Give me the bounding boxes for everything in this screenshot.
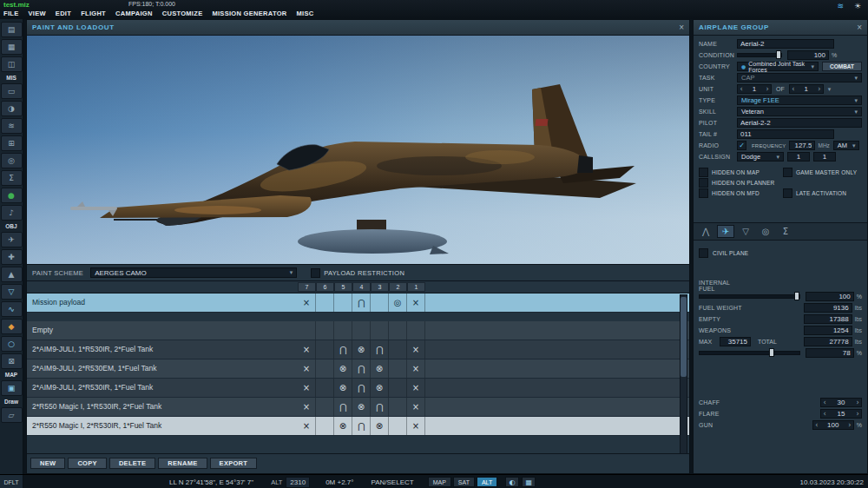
pylon-column-1[interactable]: 1 bbox=[407, 282, 425, 292]
layer-sat-button[interactable]: SAT bbox=[453, 477, 475, 487]
loadout-cell[interactable] bbox=[352, 321, 371, 340]
loadout-cell[interactable] bbox=[407, 321, 425, 340]
summary-icon[interactable]: Σ bbox=[1, 170, 23, 186]
brightness-icon[interactable]: ☀ bbox=[854, 2, 861, 10]
country-dropdown[interactable]: ● Combined Joint Task Forces bbox=[737, 62, 819, 71]
unit-total-stepper[interactable]: ‹ › bbox=[789, 84, 824, 94]
condition-slider[interactable] bbox=[737, 53, 782, 57]
layer-alt-button[interactable]: ALT bbox=[477, 477, 497, 487]
loadout-cell[interactable] bbox=[316, 293, 334, 312]
loadout-cell[interactable]: ⋂ bbox=[352, 417, 371, 435]
file-open-icon[interactable]: ▦ bbox=[1, 39, 23, 55]
loadout-cell[interactable]: ⊗ bbox=[371, 379, 389, 397]
loadout-cell[interactable]: ⊗ bbox=[352, 340, 371, 359]
loadout-row[interactable]: 2*AIM9-JULI, 2*R530EM, 1*Fuel Tank×⊗⋂⊗× bbox=[27, 359, 689, 379]
decrement-icon[interactable]: ‹ bbox=[821, 399, 828, 407]
loadout-cell[interactable] bbox=[316, 398, 334, 416]
loadout-cell[interactable] bbox=[389, 359, 407, 378]
vehicle-icon[interactable]: ▲ bbox=[1, 267, 23, 282]
loadout-cell[interactable]: × bbox=[407, 293, 425, 312]
flare-stepper[interactable]: ‹ › bbox=[820, 409, 862, 419]
close-icon[interactable]: × bbox=[679, 23, 684, 32]
loadout-cell[interactable]: × bbox=[407, 398, 425, 416]
pylon-column-2[interactable]: 2 bbox=[389, 282, 407, 292]
internal-fuel-slider[interactable] bbox=[699, 294, 800, 299]
tab-route[interactable]: ⋀ bbox=[697, 225, 714, 238]
tail-number-input[interactable] bbox=[737, 129, 834, 139]
loadout-cell[interactable]: × bbox=[407, 340, 425, 359]
increment-icon[interactable]: › bbox=[764, 85, 771, 94]
paint-scheme-dropdown[interactable]: AERGES CAMO bbox=[90, 267, 297, 278]
map-layers-icon[interactable]: ▣ bbox=[1, 380, 23, 396]
tab-payload[interactable]: ✈ bbox=[717, 225, 734, 238]
loadout-cell[interactable]: ⋂ bbox=[352, 379, 371, 397]
draw-tool-icon[interactable]: ▱ bbox=[1, 407, 23, 423]
loadout-cell[interactable]: × bbox=[407, 359, 425, 378]
combat-button[interactable]: COMBAT bbox=[822, 62, 862, 71]
helicopter-icon[interactable]: ✚ bbox=[1, 249, 23, 265]
slider-handle[interactable] bbox=[776, 50, 781, 59]
loadout-cell[interactable]: ⊗ bbox=[371, 417, 389, 435]
game-master-only-checkbox[interactable] bbox=[783, 168, 792, 177]
route-icon[interactable]: ∿ bbox=[1, 301, 23, 317]
loadout-cell[interactable] bbox=[389, 340, 407, 359]
loadout-cell[interactable]: × bbox=[298, 293, 316, 312]
coord-mode-button[interactable]: DFLT bbox=[0, 475, 23, 488]
loadout-cell[interactable]: × bbox=[298, 379, 316, 397]
briefing-icon[interactable]: ▭ bbox=[1, 83, 23, 99]
weather-icon[interactable]: ≋ bbox=[1, 118, 23, 134]
template-icon[interactable]: ⊠ bbox=[1, 353, 23, 369]
ship-icon[interactable]: ▽ bbox=[1, 284, 23, 300]
menu-item-mission-generator[interactable]: MISSION GENERATOR bbox=[212, 10, 286, 17]
chaff-stepper[interactable]: ‹ › bbox=[820, 398, 862, 407]
pylon-column-3[interactable]: 3 bbox=[371, 282, 389, 292]
loadout-cell[interactable] bbox=[316, 417, 334, 435]
chevron-down-icon[interactable]: ▾ bbox=[828, 86, 832, 93]
brightness-contrast-icon[interactable]: ◐ bbox=[505, 477, 519, 487]
callsign-flight-input[interactable] bbox=[813, 152, 836, 162]
unit-stepper[interactable]: ‹ › bbox=[737, 84, 772, 94]
type-dropdown[interactable]: Mirage F1EE bbox=[737, 96, 862, 105]
connection-icon[interactable]: ≋ bbox=[837, 2, 844, 10]
loadout-cell[interactable]: × bbox=[407, 417, 425, 435]
trigger-zone-icon[interactable]: ○ bbox=[1, 336, 23, 352]
options-icon[interactable]: ⊞ bbox=[1, 135, 23, 151]
loadout-cell[interactable]: ◎ bbox=[389, 293, 407, 312]
loadout-cell[interactable]: ⊗ bbox=[334, 417, 352, 435]
condition-input[interactable] bbox=[787, 50, 829, 60]
decrement-icon[interactable]: ‹ bbox=[790, 85, 797, 94]
tab-aircraft[interactable]: ▽ bbox=[737, 225, 754, 238]
loadout-cell[interactable] bbox=[316, 379, 334, 397]
loadout-cell[interactable]: ⋂ bbox=[352, 359, 371, 378]
delete-button[interactable]: DELETE bbox=[109, 458, 155, 469]
loadout-cell[interactable]: ⊗ bbox=[334, 359, 352, 378]
modulation-dropdown[interactable]: AM bbox=[833, 141, 859, 150]
loadout-cell[interactable]: ⊗ bbox=[352, 398, 371, 416]
export-button[interactable]: EXPORT bbox=[210, 458, 258, 469]
menu-item-file[interactable]: FILE bbox=[3, 10, 18, 17]
loadout-cell[interactable] bbox=[389, 398, 407, 416]
slider-handle[interactable] bbox=[794, 292, 799, 300]
increment-icon[interactable]: › bbox=[816, 85, 823, 94]
unit-total-input[interactable] bbox=[797, 85, 816, 93]
menu-item-misc[interactable]: MISC bbox=[297, 10, 314, 17]
callsign-number-input[interactable] bbox=[787, 152, 810, 162]
frequency-input[interactable] bbox=[789, 141, 815, 150]
rename-button[interactable]: RENAME bbox=[158, 458, 207, 469]
pylon-column-5[interactable]: 5 bbox=[334, 282, 352, 292]
loadout-cell[interactable]: × bbox=[298, 398, 316, 416]
menu-item-flight[interactable]: FLIGHT bbox=[81, 10, 106, 17]
pylon-column-4[interactable]: 4 bbox=[352, 282, 371, 292]
loadout-scrollbar[interactable] bbox=[680, 294, 687, 458]
file-save-icon[interactable]: ◫ bbox=[1, 56, 23, 72]
loadout-row[interactable]: Mission payload×⋂◎× bbox=[27, 293, 689, 313]
loadout-cell[interactable] bbox=[371, 293, 389, 312]
loadout-cell[interactable] bbox=[316, 340, 334, 359]
payload-restriction-checkbox[interactable] bbox=[311, 268, 320, 278]
record-icon[interactable]: ● bbox=[1, 188, 23, 203]
chaff-input[interactable] bbox=[828, 399, 854, 406]
menu-item-view[interactable]: VIEW bbox=[28, 10, 45, 17]
loadout-cell[interactable] bbox=[389, 417, 407, 435]
loadout-cell[interactable]: ⋂ bbox=[334, 398, 352, 416]
pylon-column-7[interactable]: 7 bbox=[298, 282, 316, 292]
